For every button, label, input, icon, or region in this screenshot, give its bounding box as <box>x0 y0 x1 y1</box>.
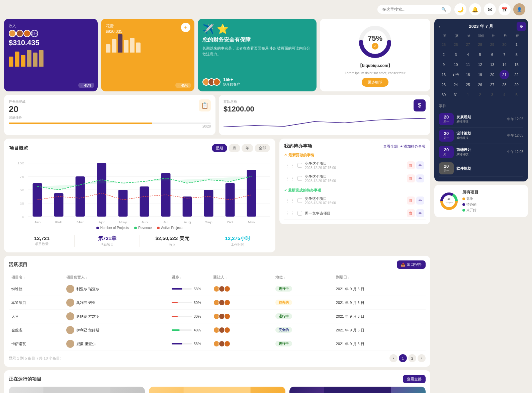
mail-icon[interactable]: ✉ <box>484 3 496 15</box>
checkbox-3[interactable] <box>297 198 302 203</box>
cal-1-next[interactable]: 1 <box>463 90 473 99</box>
edit-todo-1[interactable]: ✏ <box>416 161 424 169</box>
projects-table: 项目名 ↕ 项目负责人 ↕ 进步 ↕ 受让人 ↕ 地位 ↕ 到期日 ↕ 蜘蛛侠 … <box>9 273 426 351</box>
cal-22[interactable]: 22 <box>512 70 521 79</box>
edit-todo-3[interactable]: ✏ <box>416 196 424 205</box>
page-1[interactable]: 1 <box>399 354 407 362</box>
notifications-icon[interactable]: 🔔 <box>469 3 481 15</box>
promo-desc: 长期以来的事实是，读者在查看页面布局时会 被页面的可读内容分散注意力。 <box>202 46 312 57</box>
cal-18[interactable]: 18 <box>463 70 473 79</box>
cal-24[interactable]: 24 <box>451 80 460 89</box>
checkbox-2[interactable] <box>297 176 302 181</box>
delete-todo-2[interactable]: 🗑 <box>407 174 415 182</box>
search-box[interactable]: 🔍 <box>377 5 451 14</box>
cal-10[interactable]: 10 <box>451 60 460 69</box>
cal-31[interactable]: 31 <box>451 90 460 99</box>
checkbox-1[interactable] <box>297 163 302 168</box>
calendar-card: ‹ 2023 年 7 月 › ⚙ 苏 莫 途 我们 社 Fr 萨 25 26 2 <box>434 19 528 181</box>
col-assignee: 受让人 ↕ <box>210 273 273 282</box>
cal-11[interactable]: 11 <box>463 60 473 69</box>
page-2[interactable]: 2 <box>408 354 416 362</box>
cal-30[interactable]: 30 <box>439 90 448 99</box>
delete-todo-4[interactable]: 🗑 <box>407 209 415 217</box>
cal-13[interactable]: 13 <box>487 60 497 69</box>
cal-28[interactable]: 28 <box>500 80 509 89</box>
tab-week[interactable]: 星期 <box>212 144 227 152</box>
add-todo[interactable]: + 添加待办事项 <box>401 144 426 149</box>
cal-2-next[interactable]: 2 <box>475 90 485 99</box>
tab-year[interactable]: 年 <box>242 144 253 152</box>
cal-14[interactable]: 14 <box>500 60 509 69</box>
todo-actions-1: 🗑 ✏ <box>407 161 424 169</box>
cal-8[interactable]: 8 <box>512 50 521 59</box>
cell-status-1: 待办的 <box>273 296 333 310</box>
user-avatar[interactable]: 👤 <box>513 3 525 15</box>
calendar-icon[interactable]: 📅 <box>499 3 511 15</box>
cal-27-prev[interactable]: 27 <box>463 40 473 49</box>
cal-5[interactable]: 5 <box>475 50 485 59</box>
cal-settings-btn[interactable]: ⚙ <box>517 22 526 31</box>
cal-12[interactable]: 12 <box>475 60 485 69</box>
all-projects-header: 62 Compete 所有项目 竞争 待办的 <box>439 189 523 213</box>
project-cards: 设计策划 21+ 团队 到期日 202 <box>9 387 426 393</box>
tab-month[interactable]: 月 <box>229 144 240 152</box>
cal-6[interactable]: 6 <box>487 50 497 59</box>
export-report-button[interactable]: 📤 出口报告 <box>397 260 426 269</box>
cal-5-next[interactable]: 5 <box>512 90 521 99</box>
drag-handle-4[interactable]: ⋮⋮ <box>285 211 295 216</box>
overview-title: 项目概览 <box>9 145 28 151</box>
cal-3[interactable]: 3 <box>451 50 460 59</box>
cal-26[interactable]: 26 <box>475 80 485 89</box>
drag-handle-1[interactable]: ⋮⋮ <box>285 163 295 168</box>
all-proj-title: 所有项目 <box>462 189 523 195</box>
cal-15[interactable]: 15 <box>512 60 521 69</box>
tab-all[interactable]: 全部 <box>255 144 270 152</box>
project-overview-section: 项目概览 星期 月 年 全部 <box>4 139 275 252</box>
search-input[interactable] <box>382 7 439 12</box>
cal-25[interactable]: 25 <box>463 80 473 89</box>
edit-todo-2[interactable]: ✏ <box>416 174 424 182</box>
delete-todo-1[interactable]: 🗑 <box>407 161 415 169</box>
more-details-button[interactable]: 更多细节 <box>362 78 388 87</box>
cal-21-today[interactable]: 21 <box>500 70 509 79</box>
proj-card-1: 设计策划 21+ 团队 到期日 202 <box>9 387 145 393</box>
cell-name-4: 卡萨诺瓦 <box>9 337 64 351</box>
cal-27[interactable]: 27 <box>487 80 497 89</box>
cal-26-prev[interactable]: 26 <box>451 40 460 49</box>
cal-4-next[interactable]: 4 <box>500 90 509 99</box>
cal-17-badge[interactable]: 17号 <box>451 70 460 79</box>
cal-29[interactable]: 29 <box>512 80 521 89</box>
promo-bottom: 15k+ 快乐的客户 <box>202 77 312 87</box>
cal-25-prev[interactable]: 25 <box>439 40 448 49</box>
checkbox-4[interactable] <box>297 211 302 216</box>
cal-7[interactable]: 7 <box>500 50 509 59</box>
delete-todo-3[interactable]: 🗑 <box>407 196 415 205</box>
cal-30-prev[interactable]: 30 <box>500 40 509 49</box>
cal-29-prev[interactable]: 29 <box>487 40 497 49</box>
theme-toggle[interactable]: 🌙 <box>454 3 466 15</box>
cal-23[interactable]: 23 <box>439 80 448 89</box>
cal-3-next[interactable]: 3 <box>487 90 497 99</box>
cell-name-2: 大鱼 <box>9 310 64 323</box>
cal-4[interactable]: 4 <box>463 50 473 59</box>
drag-handle-3[interactable]: ⋮⋮ <box>285 198 295 203</box>
cell-status-0: 进行中 <box>273 282 333 296</box>
drag-handle-2[interactable]: ⋮⋮ <box>285 176 295 181</box>
edit-todo-4[interactable]: ✏ <box>416 209 424 217</box>
cal-28-prev[interactable]: 28 <box>475 40 485 49</box>
cal-19[interactable]: 19 <box>475 70 485 79</box>
cell-status-2: 进行中 <box>273 310 333 323</box>
cal-1[interactable]: 1 <box>512 40 521 49</box>
prev-page[interactable]: ‹ <box>389 354 397 362</box>
view-all-todo[interactable]: 查看全部 <box>383 144 398 149</box>
cal-prev[interactable]: ‹ <box>439 24 441 29</box>
cal-2[interactable]: 2 <box>439 50 448 59</box>
next-page[interactable]: › <box>418 354 426 362</box>
cell-progress-4: 53% <box>169 337 211 351</box>
cal-9[interactable]: 9 <box>439 60 448 69</box>
cal-20[interactable]: 20 <box>487 70 497 79</box>
view-all-running[interactable]: 查看全部 <box>403 375 426 383</box>
left-column: 收入 25+ $310.435 ↑45% <box>4 19 430 393</box>
add-expense-button[interactable]: + <box>181 23 190 32</box>
cal-16[interactable]: 16 <box>439 70 448 79</box>
